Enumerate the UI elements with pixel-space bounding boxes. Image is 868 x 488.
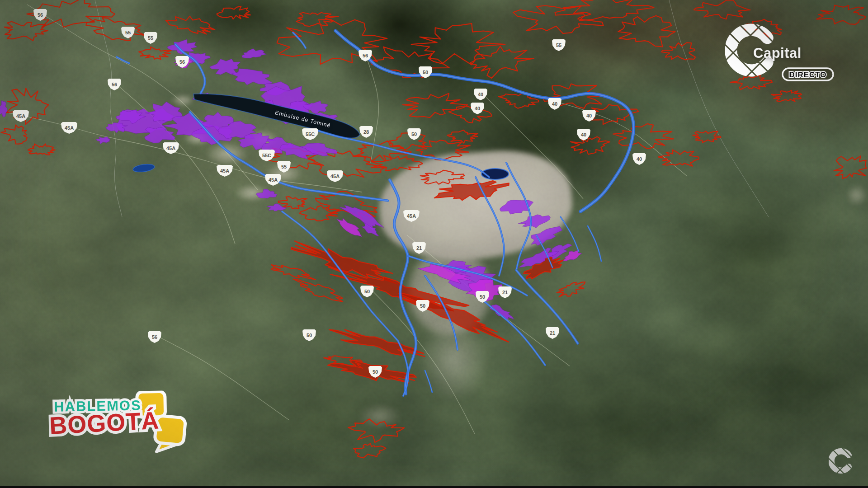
fire-perimeter [278, 197, 307, 209]
fire-perimeter [354, 443, 386, 458]
road-shield-number: 56 [152, 334, 157, 340]
road-shield-number: 45A [330, 174, 340, 179]
road-shield-number: 45A [65, 125, 74, 131]
road-shield-number: 40 [478, 92, 483, 97]
fire-perimeter [449, 106, 492, 123]
road-shield-number: 45A [16, 113, 25, 119]
road-shield-number: 55 [556, 42, 561, 48]
boundary-line [95, 0, 122, 217]
fire-perimeter [420, 170, 465, 184]
road-shield-number: 50 [480, 294, 485, 300]
fire-perimeter [300, 206, 340, 221]
road-shield-number: 50 [373, 369, 378, 375]
road-shield-number: 50 [423, 70, 428, 75]
fire-perimeter [271, 265, 316, 280]
road-shield-number: 40 [637, 156, 642, 162]
fire-perimeter [772, 90, 802, 102]
fire-perimeter [389, 133, 426, 150]
fire-perimeter [834, 156, 867, 178]
road-shield-number: 55 [281, 164, 287, 169]
affected-patch [209, 59, 241, 75]
fire-perimeter [371, 155, 423, 170]
road-shield-number: 21 [502, 290, 508, 295]
affected-patch [144, 127, 175, 143]
fire-perimeter [1, 125, 27, 144]
affected-patch [518, 215, 550, 228]
road-shield-number: 55C [262, 153, 271, 158]
road-shield-number: 56 [38, 12, 43, 18]
faint-road [113, 81, 235, 244]
affected-patch [96, 137, 110, 144]
road-shield-number: 55 [125, 30, 131, 35]
fire-perimeter [571, 137, 610, 155]
fire-perimeter [469, 46, 534, 78]
road-shield-number: 55C [306, 131, 315, 137]
fire-perimeter [402, 94, 467, 118]
small-lake [132, 163, 155, 174]
frame-bottom-bar [0, 486, 868, 488]
affected-patch [267, 203, 287, 211]
broadcast-frame: 5655555656565545A45A45A45A45A45A45A55C55… [0, 0, 868, 488]
road-shield-number: 45A [407, 213, 416, 219]
road-shield-number: 56 [179, 59, 185, 65]
affected-patch [336, 218, 362, 237]
fire-perimeter [348, 419, 404, 442]
fire-perimeter [5, 22, 48, 41]
road-shield-number: 21 [416, 245, 422, 251]
fire-perimeter [730, 75, 772, 89]
fire-perimeter [693, 131, 721, 143]
capital-watermark-icon [829, 448, 854, 474]
capital-wordmark: Capital [753, 45, 802, 61]
fire-perimeter [447, 130, 478, 143]
show-title-line2: BOGOTÁ [49, 406, 160, 439]
road-shield-number: 50 [307, 333, 312, 338]
affected-patch [256, 189, 277, 198]
live-badge-text: DIRECTO [789, 70, 826, 79]
fire-perimeter [28, 144, 55, 155]
road-shield-number: 45A [269, 177, 278, 183]
fire-perimeter [166, 16, 215, 34]
road-shield-number: 56 [112, 82, 117, 87]
fire-perimeter [618, 16, 675, 47]
road-shield-number: 28 [363, 129, 369, 135]
road-shield-number: 50 [364, 289, 370, 294]
fire-perimeter [658, 150, 699, 166]
river-path [588, 226, 601, 261]
fire-perimeter [86, 18, 145, 41]
road-shield-number: 40 [552, 101, 557, 107]
fire-perimeter [816, 5, 865, 24]
road-shield-number: 50 [411, 131, 417, 137]
river-highlight [506, 163, 531, 270]
fire-perimeter [411, 23, 505, 65]
fire-perimeter [613, 124, 674, 149]
fire-perimeter [217, 6, 250, 19]
burn-scar-filled [329, 329, 425, 357]
road-shield-number: 45A [166, 145, 175, 151]
affected-patch [242, 49, 267, 58]
affected-patch [0, 100, 7, 117]
road-shield-number: 21 [550, 330, 555, 336]
fire-perimeter [557, 282, 585, 297]
road-shield-number: 50 [420, 303, 425, 309]
fire-perimeter [694, 0, 750, 19]
river-path [506, 163, 531, 270]
show-logo-hablemos-bogota: HABLEMOS BOGOTÁ [48, 390, 199, 460]
road-shield-number: 40 [581, 132, 586, 137]
fire-perimeter [6, 88, 49, 124]
road-shield-number: 55 [148, 35, 153, 41]
road-shield-number: 40 [586, 113, 592, 118]
fire-perimeter [297, 13, 339, 26]
fire-perimeter [277, 19, 387, 64]
live-badge: DIRECTO [781, 67, 835, 82]
fire-perimeter [661, 42, 695, 60]
fire-perimeter [139, 47, 171, 60]
affected-patch [231, 69, 273, 85]
fire-perimeter [293, 279, 343, 302]
road-shield-number: 56 [363, 53, 368, 58]
road-shield-number: 40 [475, 106, 480, 111]
road-shield-number: 45A [220, 168, 229, 174]
river-highlight [117, 57, 129, 63]
affected-patch [531, 226, 562, 245]
burn-scar-filled [434, 181, 509, 200]
